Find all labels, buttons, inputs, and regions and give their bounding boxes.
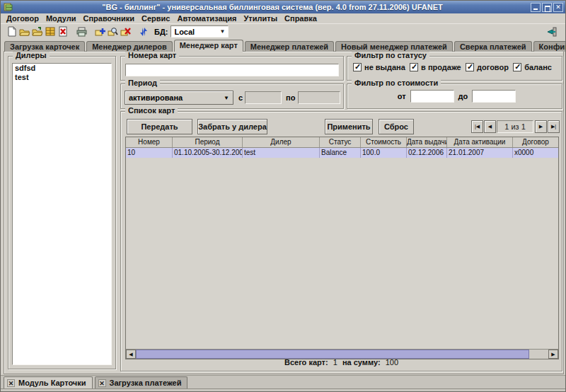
add-card-button[interactable]	[93, 25, 106, 38]
tab-new-payment-manager[interactable]: Новый менеджер платежей	[335, 41, 453, 52]
dealers-list[interactable]: sdfsd test	[12, 63, 112, 365]
find-card-button[interactable]	[106, 25, 119, 38]
checkbox-contract[interactable]: договор	[466, 63, 509, 71]
application-window: "BG - биллинг" - универсальная биллингов…	[0, 0, 566, 392]
menu-item-modules[interactable]: Модули	[46, 14, 76, 23]
module-tab-bar: ✕ Модуль Карточки ✕ Загрузка платежей	[1, 375, 565, 388]
take-from-dealer-button[interactable]: Забрать у дилера	[197, 119, 267, 134]
title-bar: "BG - биллинг" - универсальная биллингов…	[1, 1, 565, 13]
checkbox-balance[interactable]: баланс	[513, 63, 552, 71]
chevron-down-icon: ▼	[219, 28, 225, 35]
minimize-button[interactable]	[531, 3, 541, 12]
open-file-button[interactable]	[18, 25, 31, 38]
new-document-button[interactable]	[6, 25, 18, 38]
cost-from-input[interactable]	[410, 90, 454, 103]
total-sum-label: на сумму:	[342, 358, 381, 367]
db-select[interactable]: Local ▼	[171, 25, 229, 38]
new-document-icon	[7, 26, 17, 37]
close-icon[interactable]: ✕	[7, 379, 15, 387]
add-card-icon	[95, 27, 105, 37]
period-group: Период активирована ▼ с по	[120, 83, 344, 109]
tab-card-manager[interactable]: Менеджер карт	[174, 40, 243, 52]
maximize-button[interactable]	[542, 3, 552, 12]
checkbox-icon[interactable]	[513, 63, 521, 71]
status-filter-row: не выдана в продаже договор баланс	[353, 63, 552, 71]
window-title: "BG - биллинг" - универсальная биллингов…	[16, 3, 529, 11]
column-header-issue-date[interactable]: Дата выдачи	[407, 137, 447, 147]
checkbox-icon[interactable]	[353, 63, 362, 71]
menu-item-automation[interactable]: Автоматизация	[177, 14, 236, 23]
db-selected-value: Local	[174, 28, 195, 36]
menu-item-help[interactable]: Справка	[284, 14, 317, 23]
tab-dealer-manager[interactable]: Менеджер дилеров	[86, 41, 172, 52]
total-cards-label: Всего карт:	[284, 358, 328, 367]
total-cards-value: 1	[333, 358, 337, 367]
cost-from-label: от	[398, 92, 406, 100]
period-status-select[interactable]: активирована ▼	[125, 91, 233, 105]
tab-module-configuration[interactable]: Конфигурация модуля	[533, 41, 566, 52]
import-file-button[interactable]	[31, 25, 44, 38]
checkbox-on-sale[interactable]: в продаже	[410, 63, 461, 71]
app-icon	[3, 2, 13, 12]
dealers-group-title: Дилеры	[13, 51, 50, 59]
table-button[interactable]	[44, 25, 57, 38]
menu-bar: Договор Модули Справочники Сервис Автома…	[1, 13, 565, 24]
dealers-group: Дилеры sdfsd test	[8, 56, 116, 369]
checkbox-label: не выдана	[364, 63, 405, 71]
main-tab-strip: Загрузка карточек Менеджер дилеров Менед…	[4, 40, 566, 52]
bottom-tab-cards-module[interactable]: ✕ Модуль Карточки	[4, 376, 93, 388]
cell-contract: x0000	[513, 148, 558, 158]
reset-button[interactable]: Сброс	[379, 119, 414, 134]
column-header-number[interactable]: Номер	[126, 137, 173, 147]
card-table-scrollpane: Номер Период Дилер Статус Стоимость Дата…	[125, 137, 559, 359]
period-status-value: активирована	[129, 93, 183, 102]
checkbox-icon[interactable]	[466, 63, 474, 71]
status-strip	[1, 388, 565, 392]
tab-payment-reconciliation[interactable]: Сверка платежей	[454, 41, 532, 52]
print-button[interactable]	[75, 25, 88, 38]
dealer-list-item[interactable]: test	[13, 73, 111, 82]
table-row[interactable]: 10 01.10.2005-30.12.2007 test Balance 10…	[126, 148, 558, 158]
column-header-period[interactable]: Период	[173, 137, 243, 147]
menu-item-references[interactable]: Справочники	[83, 14, 134, 23]
column-header-dealer[interactable]: Дилер	[243, 137, 320, 147]
dealer-list-item[interactable]: sdfsd	[13, 64, 111, 73]
menu-item-service[interactable]: Сервис	[142, 14, 170, 23]
find-card-icon	[108, 27, 118, 37]
table-icon	[45, 27, 55, 36]
db-label: БД:	[154, 28, 168, 36]
checkbox-not-issued[interactable]: не выдана	[353, 63, 405, 71]
menu-item-utilities[interactable]: Утилиты	[244, 14, 278, 23]
delete-document-button[interactable]	[57, 25, 69, 38]
apply-button[interactable]: Применить	[325, 119, 373, 134]
prev-page-button[interactable]: ◀	[484, 120, 496, 133]
card-numbers-input[interactable]	[125, 64, 339, 76]
transfer-to-dealer-button[interactable]: Передать дилеру	[127, 119, 192, 134]
menu-item-contract[interactable]: Договор	[6, 14, 39, 23]
cost-to-input[interactable]	[472, 90, 516, 103]
close-icon[interactable]: ✕	[98, 379, 106, 387]
close-button[interactable]: ✕	[553, 3, 563, 12]
card-numbers-group-title: Номера карт	[125, 51, 179, 59]
tab-card-loading[interactable]: Загрузка карточек	[4, 41, 85, 52]
period-from-input[interactable]	[245, 91, 282, 104]
horizontal-scrollbar[interactable]: ◀ ▶	[126, 349, 558, 359]
column-header-cost[interactable]: Стоимость	[361, 137, 407, 147]
next-page-button[interactable]: ▶	[535, 120, 547, 133]
cell-cost: 100.0	[361, 148, 407, 158]
first-page-button[interactable]: |◀	[471, 120, 483, 133]
refresh-button[interactable]	[137, 25, 150, 38]
remove-card-button[interactable]	[119, 25, 132, 38]
remove-card-icon	[120, 27, 131, 37]
period-to-input[interactable]	[298, 91, 340, 104]
tab-payment-manager[interactable]: Менеджер платежей	[245, 41, 334, 52]
checkbox-icon[interactable]	[410, 63, 418, 71]
column-header-status[interactable]: Статус	[320, 137, 361, 147]
exit-button[interactable]	[545, 25, 558, 38]
status-filter-group-title: Фильтр по статусу	[352, 51, 429, 59]
bottom-tab-payments-loading[interactable]: ✕ Загрузка платежей	[95, 376, 188, 388]
column-header-activation-date[interactable]: Дата активации	[447, 137, 513, 147]
last-page-button[interactable]: ▶|	[548, 120, 560, 133]
total-sum-value: 100	[386, 358, 398, 367]
column-header-contract[interactable]: Договор	[513, 137, 558, 147]
